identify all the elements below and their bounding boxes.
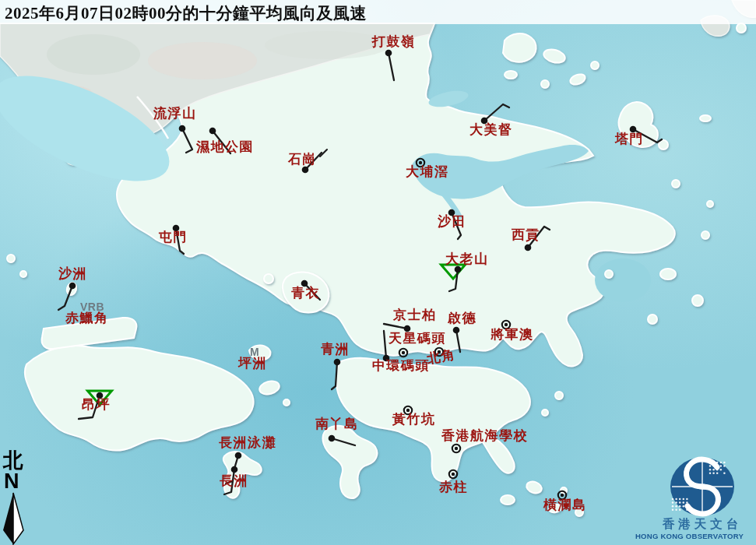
station-marker-lau-fau-shan bbox=[179, 125, 186, 132]
islet bbox=[542, 410, 548, 416]
station-marker-tseung-kwan-o bbox=[505, 323, 508, 326]
station-marker-sha-chau bbox=[69, 283, 76, 290]
station-marker-star-ferry-pier bbox=[402, 351, 405, 354]
hko-logo-icon bbox=[670, 458, 734, 516]
kat-o bbox=[503, 33, 536, 62]
station-label-peng-chau: 坪洲 bbox=[238, 357, 267, 370]
station-label-sha-chau: 沙洲 bbox=[58, 267, 87, 280]
station-marker-green-island bbox=[334, 359, 341, 366]
islet bbox=[692, 295, 703, 306]
station-marker-lamma-island bbox=[329, 435, 336, 442]
station-marker-sai-kung bbox=[525, 244, 532, 251]
hong-kong-map bbox=[0, 0, 756, 545]
station-label-kai-tak: 啟德 bbox=[448, 311, 476, 325]
sharp-island bbox=[605, 270, 613, 278]
station-label-wong-chuk-hang: 黃竹坑 bbox=[392, 413, 436, 426]
station-label-tap-mun: 塔門 bbox=[615, 132, 644, 146]
islet bbox=[505, 71, 517, 79]
station-marker-shek-kong bbox=[302, 167, 309, 174]
station-marker-waglan-island bbox=[561, 494, 564, 497]
islet bbox=[541, 80, 549, 88]
port-shelter bbox=[595, 258, 651, 302]
station-label-kings-park: 京士柏 bbox=[393, 308, 437, 322]
station-label-stanley: 赤柱 bbox=[439, 480, 468, 494]
islet bbox=[672, 180, 680, 188]
station-label-tai-mei-tuk: 大美督 bbox=[469, 123, 513, 136]
islet bbox=[648, 315, 657, 324]
map-title: 2025年6月07日02時00分的十分鐘平均風向及風速 bbox=[5, 2, 367, 24]
compass-north-hanzi: 北 bbox=[3, 451, 23, 471]
islet bbox=[591, 62, 599, 69]
compass-north-letter: N bbox=[4, 471, 19, 492]
station-marker-tates-cairn bbox=[455, 266, 462, 273]
station-note-chek-lap-kok: VRB bbox=[80, 301, 104, 312]
title-bar: 2025年6月07日02時00分的十分鐘平均風向及風速 bbox=[0, 0, 756, 24]
station-label-central-pier: 中環碼頭 bbox=[372, 359, 430, 372]
islet bbox=[737, 23, 746, 33]
islet bbox=[707, 201, 713, 207]
station-label-shek-kong: 石崗 bbox=[288, 153, 317, 166]
station-label-tseung-kwan-o: 將軍澳 bbox=[491, 328, 534, 341]
station-label-tuen-mun: 屯門 bbox=[159, 230, 188, 244]
islet bbox=[20, 271, 26, 277]
station-label-wetland-park: 濕地公園 bbox=[196, 140, 254, 153]
station-label-cheung-chau-beach: 長洲泳灘 bbox=[219, 436, 276, 449]
station-label-ngong-ping: 昂坪 bbox=[82, 398, 111, 411]
station-marker-wetland-park bbox=[209, 128, 216, 135]
station-marker-ta-kwu-ling bbox=[385, 50, 392, 57]
station-label-lamma-island: 南丫島 bbox=[315, 417, 359, 431]
islet bbox=[283, 399, 290, 406]
station-note-peng-chau: M bbox=[250, 346, 259, 357]
station-marker-cheung-chau bbox=[231, 466, 238, 473]
islet bbox=[555, 392, 563, 399]
station-label-hk-sea-school: 香港航海學校 bbox=[441, 429, 528, 442]
station-label-cheung-chau: 長洲 bbox=[220, 474, 248, 487]
islet bbox=[700, 115, 711, 121]
station-label-sha-tin: 沙田 bbox=[438, 215, 466, 228]
islet bbox=[701, 231, 709, 239]
station-label-chek-lap-kok: 赤鱲角 bbox=[65, 311, 109, 325]
station-marker-kai-tak bbox=[453, 327, 460, 334]
station-marker-stanley bbox=[452, 473, 455, 476]
station-label-tai-po-kau: 大埔滘 bbox=[406, 165, 449, 178]
ma-wan bbox=[264, 274, 273, 283]
hko-logo-name-en: HONG KONG OBSERVATORY bbox=[623, 533, 756, 540]
station-marker-hk-sea-school bbox=[455, 447, 458, 450]
wind-map: 2025年6月07日02時00分的十分鐘平均風向及風速 打鼓嶺流浮山濕地公園石崗… bbox=[0, 0, 756, 545]
station-label-waglan-island: 橫瀾島 bbox=[543, 498, 587, 512]
hko-logo-name-zh: 香港天文台 bbox=[632, 518, 756, 530]
station-label-tates-cairn: 大老山 bbox=[445, 252, 489, 265]
station-label-lau-fau-shan: 流浮山 bbox=[153, 107, 197, 120]
lung-kwu-chau bbox=[7, 255, 15, 262]
jin-island bbox=[660, 269, 676, 280]
station-label-sai-kung: 西貢 bbox=[512, 228, 540, 241]
po-toi-group bbox=[501, 495, 515, 505]
station-marker-cheung-chau-beach bbox=[235, 452, 242, 459]
station-label-tsing-yi: 青衣 bbox=[291, 287, 320, 300]
station-label-star-ferry-pier: 天星碼頭 bbox=[389, 332, 446, 345]
station-label-green-island: 青洲 bbox=[321, 343, 350, 356]
station-label-ta-kwu-ling: 打鼓嶺 bbox=[372, 35, 416, 48]
